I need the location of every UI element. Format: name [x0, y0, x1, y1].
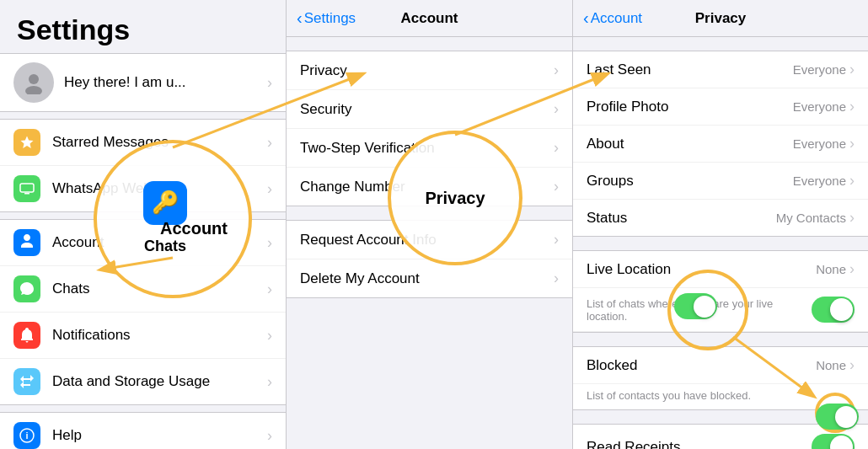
- privacy-blocked-group: Blocked None › List of contacts you have…: [573, 346, 868, 410]
- settings-group-2: Account › Chats › Notifications: [0, 219, 286, 405]
- settings-row-help[interactable]: i Help ›: [0, 413, 286, 449]
- privacy-live-location-toggle-row: List of chats where you share your live …: [573, 288, 868, 332]
- account-security-chevron: ›: [554, 100, 559, 118]
- data-icon: [13, 368, 40, 395]
- profile-chevron: ›: [267, 74, 272, 92]
- settings-row-chats[interactable]: Chats ›: [0, 266, 286, 313]
- privacy-profile-photo-label: Profile Photo: [587, 99, 793, 115]
- settings-row-account[interactable]: Account ›: [0, 220, 286, 266]
- privacy-live-location-chevron: ›: [849, 260, 855, 278]
- privacy-groups-row[interactable]: Groups Everyone ›: [573, 163, 868, 200]
- privacy-last-seen-value: Everyone: [793, 62, 846, 77]
- privacy-last-seen-label: Last Seen: [587, 61, 793, 78]
- help-chevron: ›: [267, 427, 272, 445]
- privacy-last-seen-row[interactable]: Last Seen Everyone ›: [573, 51, 868, 88]
- whatsapp-web-label: WhatsApp Web: [52, 180, 267, 197]
- live-location-toggle[interactable]: [812, 297, 855, 323]
- privacy-live-location-value: None: [816, 262, 846, 276]
- account-delete-row[interactable]: Delete My Account ›: [287, 259, 572, 297]
- account-privacy-chevron: ›: [554, 61, 559, 79]
- account-chevron: ›: [267, 234, 272, 252]
- privacy-blocked-value: None: [816, 358, 846, 372]
- whatsapp-web-chevron: ›: [267, 180, 272, 198]
- settings-group-1: Starred Messages › WhatsApp Web ›: [0, 119, 286, 212]
- data-label: Data and Storage Usage: [52, 373, 267, 390]
- account-delete-label: Delete My Account: [300, 270, 554, 287]
- settings-group-3: i Help ›: [0, 412, 286, 449]
- svg-marker-2: [21, 136, 34, 149]
- privacy-nav-header: ‹ Account Privacy: [573, 0, 868, 37]
- profile-row[interactable]: Hey there! I am u... ›: [0, 53, 286, 112]
- main-container: Settings Hey there! I am u... ›: [0, 0, 868, 449]
- privacy-back-label: Account: [591, 10, 642, 27]
- help-label: Help: [52, 427, 267, 444]
- starred-icon: [13, 129, 40, 156]
- privacy-groups-value: Everyone: [793, 174, 846, 188]
- account-back-button[interactable]: ‹ Settings: [297, 8, 356, 28]
- privacy-list-group: Last Seen Everyone › Profile Photo Every…: [573, 51, 868, 237]
- account-privacy-row[interactable]: Privacy ›: [287, 51, 572, 90]
- profile-status: Hey there! I am u...: [64, 74, 267, 91]
- privacy-live-location-row[interactable]: Live Location None ›: [573, 251, 868, 288]
- svg-text:i: i: [25, 430, 28, 441]
- settings-row-starred[interactable]: Starred Messages ›: [0, 120, 286, 166]
- privacy-status-chevron: ›: [849, 209, 855, 227]
- help-icon: i: [13, 422, 40, 449]
- chats-icon: [13, 275, 40, 302]
- svg-point-1: [25, 86, 42, 94]
- notifications-label: Notifications: [52, 327, 267, 344]
- privacy-back-arrow: ‹: [583, 8, 589, 28]
- privacy-about-value: Everyone: [793, 136, 846, 151]
- read-receipts-toggle-thumb: [830, 436, 853, 449]
- settings-row-notifications[interactable]: Notifications ›: [0, 313, 286, 359]
- privacy-content: Last Seen Everyone › Profile Photo Every…: [573, 37, 868, 449]
- account-requestinfo-label: Request Account Info: [300, 232, 554, 249]
- notifications-icon: [13, 322, 40, 349]
- privacy-status-value: My Contacts: [776, 211, 846, 225]
- avatar: [13, 62, 54, 103]
- account-list-group-2: Request Account Info › Delete My Account…: [287, 220, 572, 298]
- privacy-read-receipts-group: Read Receipts If you turn off read recei…: [573, 424, 868, 449]
- privacy-read-receipts-label: Read Receipts: [587, 439, 812, 450]
- privacy-read-receipts-row[interactable]: Read Receipts: [573, 425, 868, 449]
- account-panel: ‹ Settings Account Privacy › Security › …: [287, 0, 573, 449]
- starred-chevron: ›: [267, 134, 272, 152]
- data-chevron: ›: [267, 373, 272, 391]
- account-changenumber-row[interactable]: Change Number ›: [287, 168, 572, 206]
- settings-row-whatsapp-web[interactable]: WhatsApp Web ›: [0, 166, 286, 211]
- account-privacy-label: Privacy: [300, 62, 554, 79]
- account-nav-title: Account: [401, 10, 458, 27]
- privacy-groups-chevron: ›: [849, 172, 855, 190]
- privacy-profile-photo-chevron: ›: [849, 98, 855, 115]
- privacy-live-location-group: Live Location None › List of chats where…: [573, 250, 868, 333]
- svg-point-0: [29, 74, 39, 84]
- account-twostep-row[interactable]: Two-Step Verification ›: [287, 129, 572, 168]
- starred-label: Starred Messages: [52, 134, 267, 151]
- privacy-last-seen-chevron: ›: [849, 61, 855, 78]
- privacy-live-location-label: Live Location: [587, 261, 816, 278]
- account-requestinfo-row[interactable]: Request Account Info ›: [287, 221, 572, 259]
- privacy-status-row[interactable]: Status My Contacts ›: [573, 200, 868, 236]
- account-security-label: Security: [300, 101, 554, 118]
- account-security-row[interactable]: Security ›: [287, 90, 572, 129]
- privacy-back-button[interactable]: ‹ Account: [583, 8, 642, 28]
- privacy-panel: ‹ Account Privacy Last Seen Everyone › P…: [573, 0, 868, 449]
- privacy-blocked-subtext: List of contacts you have blocked.: [587, 389, 751, 402]
- privacy-blocked-row[interactable]: Blocked None ›: [573, 347, 868, 384]
- privacy-status-label: Status: [587, 210, 776, 227]
- privacy-about-row[interactable]: About Everyone ›: [573, 126, 868, 163]
- settings-row-data[interactable]: Data and Storage Usage ›: [0, 359, 286, 404]
- privacy-profile-photo-row[interactable]: Profile Photo Everyone ›: [573, 88, 868, 126]
- whatsapp-web-icon: [13, 175, 40, 202]
- account-requestinfo-chevron: ›: [554, 231, 559, 249]
- account-nav-header: ‹ Settings Account: [287, 0, 572, 37]
- account-twostep-chevron: ›: [554, 139, 559, 157]
- chats-label: Chats: [52, 281, 267, 297]
- svg-rect-4: [24, 193, 29, 195]
- settings-title: Settings: [0, 0, 286, 53]
- account-back-arrow: ‹: [297, 8, 303, 28]
- account-twostep-label: Two-Step Verification: [300, 140, 554, 157]
- account-content: Privacy › Security › Two-Step Verificati…: [287, 37, 572, 449]
- account-list-group: Privacy › Security › Two-Step Verificati…: [287, 51, 572, 206]
- read-receipts-toggle[interactable]: [812, 434, 855, 449]
